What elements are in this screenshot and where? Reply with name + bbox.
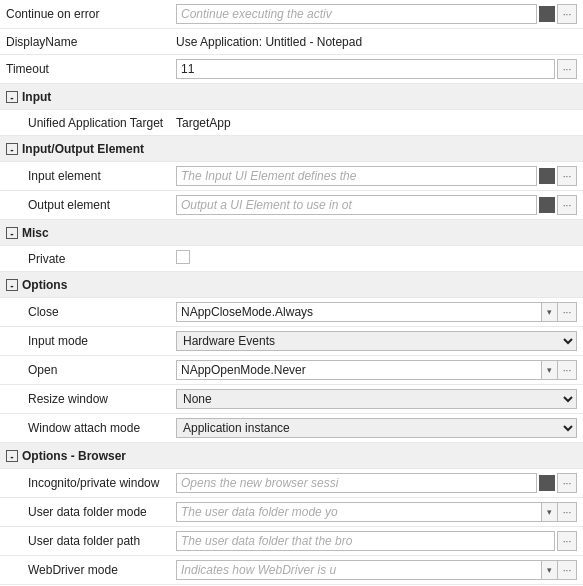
property-value-cell: Opens the new browser sessi··· [170,469,583,498]
property-label: Timeout [0,55,170,84]
property-value-cell: None [170,385,583,414]
property-label: Private [0,246,170,272]
property-value-wrapper: Opens the new browser sessi··· [176,473,577,493]
property-dots-button[interactable]: ··· [557,59,577,79]
property-value-cell: 11··· [170,55,583,84]
section-header-misc: -Misc [0,220,583,246]
property-label: Close [0,298,170,327]
property-value-wrapper: The Input UI Element defines the··· [176,166,577,186]
property-label: User data folder mode [0,498,170,527]
property-label: Input element [0,162,170,191]
property-dots-button[interactable]: ··· [557,502,577,522]
properties-table: Continue on errorContinue executing the … [0,0,583,585]
section-collapse-icon[interactable]: - [6,450,18,462]
property-value-cell: Output a UI Element to use in ot··· [170,191,583,220]
section-label: Input/Output Element [22,142,144,156]
section-collapse-icon[interactable]: - [6,279,18,291]
dropdown-select[interactable]: Application instance [176,418,577,438]
property-label: Incognito/private window [0,469,170,498]
dropdown-placeholder-text[interactable]: The user data folder mode yo [176,502,541,522]
dropdown-value-text[interactable]: NAppOpenMode.Never [176,360,541,380]
section-collapse-icon[interactable]: - [6,227,18,239]
property-dots-button[interactable]: ··· [557,195,577,215]
property-label: Open [0,356,170,385]
property-combined-dropdown: NAppOpenMode.Never▾··· [176,360,577,380]
dropdown-arrow-button[interactable]: ▾ [541,302,557,322]
property-text-input[interactable]: Opens the new browser sessi [176,473,537,493]
property-text-input[interactable]: 11 [176,59,555,79]
property-label: Input mode [0,327,170,356]
property-value-cell: NAppCloseMode.Always▾··· [170,298,583,327]
property-text-input[interactable]: The Input UI Element defines the [176,166,537,186]
property-value-cell: The user data folder that the bro··· [170,527,583,556]
property-value-cell: Application instance [170,414,583,443]
property-label: Continue on error [0,0,170,29]
dropdown-select[interactable]: Hardware Events [176,331,577,351]
dropdown-arrow-button[interactable]: ▾ [541,360,557,380]
property-value-cell: Use Application: Untitled - Notepad [170,29,583,55]
property-combined-dropdown-placeholder: Indicates how WebDriver is u▾··· [176,560,577,580]
property-label: User data folder path [0,527,170,556]
property-value-cell: Hardware Events [170,327,583,356]
section-label: Input [22,90,51,104]
section-collapse-icon[interactable]: - [6,91,18,103]
property-value-cell: Indicates how WebDriver is u▾··· [170,556,583,585]
property-value-wrapper: 11··· [176,59,577,79]
property-dots-button[interactable]: ··· [557,473,577,493]
property-label: DisplayName [0,29,170,55]
property-dots-button[interactable]: ··· [557,560,577,580]
property-label: Window attach mode [0,414,170,443]
property-full-dropdown: Hardware Events [176,331,577,351]
dropdown-select[interactable]: None [176,389,577,409]
property-label: Resize window [0,385,170,414]
dropdown-placeholder-text[interactable]: Indicates how WebDriver is u [176,560,541,580]
property-value-wrapper: The user data folder that the bro··· [176,531,577,551]
property-square-button[interactable] [539,475,555,491]
property-value-cell: NAppOpenMode.Never▾··· [170,356,583,385]
property-square-button[interactable] [539,197,555,213]
property-dots-button[interactable]: ··· [557,360,577,380]
property-label: Unified Application Target [0,110,170,136]
property-label: Output element [0,191,170,220]
property-value-text: TargetApp [176,116,231,130]
section-label: Misc [22,226,49,240]
section-header-options---browser: -Options - Browser [0,443,583,469]
property-full-dropdown: Application instance [176,418,577,438]
property-dots-button[interactable]: ··· [557,531,577,551]
property-value-wrapper: Output a UI Element to use in ot··· [176,195,577,215]
property-dots-button[interactable]: ··· [557,4,577,24]
property-value-wrapper: Continue executing the activ··· [176,4,577,24]
property-combined-dropdown-placeholder: The user data folder mode yo▾··· [176,502,577,522]
section-collapse-icon[interactable]: - [6,143,18,155]
property-value-cell: Continue executing the activ··· [170,0,583,29]
section-header-input/output-element: -Input/Output Element [0,136,583,162]
property-dots-button[interactable]: ··· [557,302,577,322]
property-full-dropdown: None [176,389,577,409]
section-header-options: -Options [0,272,583,298]
property-combined-dropdown: NAppCloseMode.Always▾··· [176,302,577,322]
property-square-button[interactable] [539,168,555,184]
property-value-cell: The Input UI Element defines the··· [170,162,583,191]
dropdown-arrow-button[interactable]: ▾ [541,502,557,522]
property-value-cell: TargetApp [170,110,583,136]
property-label: WebDriver mode [0,556,170,585]
property-value-cell: The user data folder mode yo▾··· [170,498,583,527]
property-value-text: Use Application: Untitled - Notepad [176,35,362,49]
dropdown-value-text[interactable]: NAppCloseMode.Always [176,302,541,322]
section-header-input: -Input [0,84,583,110]
section-label: Options - Browser [22,449,126,463]
property-text-input[interactable]: Continue executing the activ [176,4,537,24]
property-square-button[interactable] [539,6,555,22]
property-checkbox[interactable] [176,250,190,264]
section-label: Options [22,278,67,292]
dropdown-arrow-button[interactable]: ▾ [541,560,557,580]
property-text-input[interactable]: Output a UI Element to use in ot [176,195,537,215]
property-value-cell [170,246,583,272]
property-text-input[interactable]: The user data folder that the bro [176,531,555,551]
property-dots-button[interactable]: ··· [557,166,577,186]
